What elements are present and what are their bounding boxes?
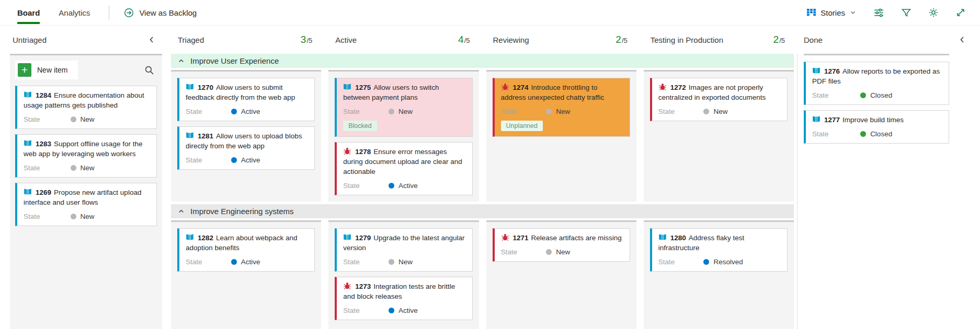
state-text: New [556, 248, 570, 256]
work-item-card-1277[interactable]: 1277Improve build timesStateClosed [804, 110, 949, 144]
state-row: StateNew [343, 258, 465, 266]
card-title: 1276Allow reports to be exported as PDF … [812, 66, 942, 86]
state-text: Active [398, 182, 418, 190]
state-row: StateNew [658, 108, 781, 115]
column-title: Reviewing [493, 36, 529, 44]
column-header-row: Untriaged Triaged3/5Active4/5Reviewing2/… [0, 26, 980, 54]
bug-icon [501, 233, 509, 241]
state-field-label: State [501, 108, 546, 115]
state-value: New [71, 213, 95, 220]
state-dot [71, 116, 76, 122]
card-title: 1269Propose new artifact upload interfac… [24, 187, 150, 207]
state-row: StateActive [343, 182, 465, 190]
work-item-card-1281[interactable]: 1281Allow users to upload blobs directly… [177, 126, 315, 170]
state-row: StateNew [343, 108, 465, 115]
column-count-value: 3 [301, 34, 306, 45]
user-story-icon [812, 115, 821, 123]
state-value: New [546, 108, 570, 115]
filter-funnel-icon [901, 7, 911, 18]
column-count-limit: /5 [779, 37, 785, 44]
card-title: 1271Release artifacts are missing [501, 233, 623, 243]
collapse-swimlane-chevron[interactable] [177, 207, 185, 215]
column-count-value: 2 [773, 34, 779, 45]
work-item-title: Improve build times [842, 116, 904, 124]
work-item-id: 1277 [824, 116, 840, 124]
state-value: New [389, 108, 413, 115]
tab-board[interactable]: Board [17, 0, 40, 26]
gear-icon [928, 7, 939, 18]
column-count: 2/5 [773, 34, 785, 45]
board-cell-triaged-improve-engineering-systems: 1282Learn about webpack and adoption ben… [171, 220, 321, 329]
collapse-column-chevron[interactable] [147, 36, 156, 44]
state-field-label: State [812, 91, 860, 99]
state-field-label: State [343, 182, 389, 190]
user-story-icon [812, 66, 821, 75]
work-item-card-1280[interactable]: 1280Address flaky test infrastructureSta… [650, 228, 788, 272]
user-story-icon [24, 139, 32, 147]
state-field-label: State [24, 213, 71, 220]
board-type-selector[interactable]: Stories [806, 8, 857, 18]
swimlane-row-improve-user-experience: 1270Allow users to submit feedback direc… [171, 70, 794, 202]
work-item-card-1284[interactable]: 1284Ensure documentation about usage pat… [15, 86, 157, 129]
work-item-card-1274[interactable]: 1274Introduce throttling to address unex… [493, 78, 630, 137]
filter-button[interactable] [901, 7, 911, 18]
board-cell-testing-in-production-improve-engineering-systems: 1280Address flaky test infrastructureSta… [644, 220, 794, 329]
work-item-id: 1279 [355, 234, 371, 242]
tag-blocked[interactable]: Blocked [343, 121, 377, 131]
work-item-id: 1273 [355, 283, 371, 290]
work-item-card-1275[interactable]: 1275Allow users to switch between paymen… [335, 78, 472, 137]
state-field-label: State [658, 108, 704, 115]
collapse-swimlane-chevron[interactable] [177, 57, 185, 65]
board-settings-sliders-button[interactable] [873, 7, 884, 18]
state-row: StateActive [186, 156, 308, 164]
collapse-column-chevron[interactable] [958, 36, 966, 44]
work-item-card-1278[interactable]: 1278Ensure error messages during documen… [335, 142, 472, 195]
topbar-actions: Stories [806, 7, 980, 18]
column-header-active: Active4/5 [328, 34, 478, 45]
view-as-backlog-button[interactable]: View as Backlog [124, 8, 197, 18]
state-row: StateNew [24, 115, 150, 123]
fullscreen-button[interactable] [955, 7, 966, 18]
settings-gear-button[interactable] [928, 7, 939, 18]
column-header-done: Done [797, 36, 980, 44]
tag-unplanned[interactable]: Unplanned [501, 121, 543, 131]
state-row: StateNew [24, 213, 150, 220]
board-swimlane-area: Improve User Experience1270Allow users t… [171, 54, 794, 329]
work-item-card-1271[interactable]: 1271Release artifacts are missingStateNe… [493, 228, 630, 262]
state-text: Closed [870, 130, 892, 138]
topbar-divider [109, 5, 109, 20]
card-title: 1272Images are not properly centralized … [658, 83, 781, 102]
swimlane-header-improve-engineering-systems: Improve Engineering systems [171, 204, 794, 218]
state-text: New [398, 258, 413, 266]
state-dot [389, 109, 394, 114]
work-item-card-1272[interactable]: 1272Images are not properly centralized … [650, 78, 788, 121]
state-field-label: State [343, 108, 389, 115]
work-item-card-1273[interactable]: 1273Integration tests are brittle and bl… [335, 277, 472, 320]
work-item-card-1282[interactable]: 1282Learn about webpack and adoption ben… [177, 228, 315, 272]
board-cell-reviewing-improve-user-experience: 1274Introduce throttling to address unex… [486, 70, 636, 202]
done-card-list: 1276Allow reports to be exported as PDF … [804, 54, 949, 144]
search-icon[interactable] [144, 65, 154, 75]
tab-analytics[interactable]: Analytics [59, 0, 90, 26]
state-dot [71, 214, 76, 219]
work-item-card-1283[interactable]: 1283Support offline usage for the web ap… [15, 134, 157, 178]
board-cell-triaged-improve-user-experience: 1270Allow users to submit feedback direc… [171, 70, 321, 202]
state-field-label: State [343, 307, 389, 314]
state-field-label: State [812, 130, 860, 138]
column-count-value: 4 [458, 34, 464, 45]
board-cell-active-improve-engineering-systems: 1279Upgrade to the latest angular versio… [328, 220, 478, 329]
new-item-button[interactable]: + New item [15, 61, 78, 79]
work-item-card-1276[interactable]: 1276Allow reports to be exported as PDF … [804, 62, 949, 105]
bug-icon [343, 147, 351, 155]
main-column-headers: Triaged3/5Active4/5Reviewing2/5Testing i… [171, 34, 794, 45]
work-item-card-1270[interactable]: 1270Allow users to submit feedback direc… [177, 78, 315, 121]
card-title: 1284Ensure documentation about usage pat… [24, 90, 150, 110]
state-dot [703, 259, 709, 265]
work-item-card-1269[interactable]: 1269Propose new artifact upload interfac… [15, 183, 157, 226]
column-count: 4/5 [458, 34, 470, 45]
work-item-id: 1278 [355, 148, 371, 156]
state-dot [860, 92, 866, 98]
state-field-label: State [24, 164, 71, 172]
column-header-testing-in-production: Testing in Production2/5 [644, 34, 794, 45]
work-item-card-1279[interactable]: 1279Upgrade to the latest angular versio… [335, 228, 472, 272]
